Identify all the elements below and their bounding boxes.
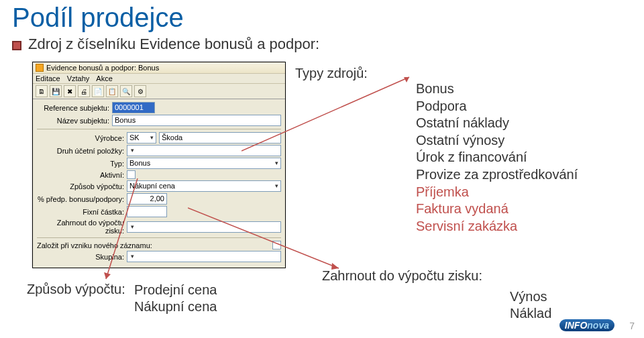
field-zahrnout[interactable] (127, 221, 281, 233)
field-druh[interactable] (127, 145, 281, 156)
type-item: Ostatní náklady (416, 115, 578, 132)
label-vyrobce: Výrobce: (37, 134, 124, 142)
field-vyrobce-code[interactable]: SK (127, 132, 156, 144)
label-reference: Reference subjektu: (37, 104, 109, 112)
types-heading: Typy zdrojů: (295, 66, 368, 81)
svg-marker-1 (404, 77, 409, 82)
label-typ: Typ: (37, 160, 124, 168)
app-window: Evidence bonusů a podpor: Bonus Editace … (32, 62, 286, 268)
types-list: Bonus Podpora Ostatní náklady Ostatní vý… (416, 80, 578, 235)
checkbox-zalozit[interactable] (272, 241, 281, 249)
type-item: Faktura vydaná (416, 201, 578, 218)
toolbar: 🗎 💾 ✖ 🖨 📄 📋 🔍 ⚙ (33, 84, 285, 99)
type-item: Provize za zprostředkování (416, 166, 578, 184)
bullet-row: Zdroj z číselníku Evidence bonusů a podp… (0, 34, 644, 57)
window-title: Evidence bonusů a podpor: Bonus (46, 64, 159, 72)
opt-nakupni: Nákupní cena (134, 298, 217, 315)
search-icon[interactable]: 🔍 (120, 85, 132, 97)
type-item: Úrok z financování (416, 149, 578, 166)
misc-icon[interactable]: ⚙ (134, 85, 146, 97)
page-number: 7 (629, 321, 635, 331)
label-aktivni: Aktivní: (37, 171, 124, 179)
bottom-zpusob-label: Způsob výpočtu: (27, 282, 125, 297)
bullet-text: Zdroj z číselníku Evidence bonusů a podp… (28, 36, 319, 53)
type-item: Ostatní výnosy (416, 132, 578, 150)
logo: INFOnova (559, 319, 614, 331)
paste-icon[interactable]: 📋 (106, 85, 118, 97)
field-skupina[interactable] (127, 251, 281, 262)
opt-naklad: Náklad (510, 305, 551, 322)
label-zahrnout: Zahrnout do výpočtu zisku: (37, 219, 124, 235)
field-typ[interactable]: Bonus (127, 158, 281, 169)
type-item: Příjemka (416, 184, 578, 201)
field-vyrobce-name[interactable]: Škoda (159, 132, 281, 144)
opt-vynos: Výnos (510, 288, 551, 305)
type-item: Servisní zakázka (416, 218, 578, 235)
field-fixni[interactable] (127, 206, 167, 217)
save-icon[interactable]: 💾 (50, 85, 62, 97)
bottom-zahrnout-opts: Výnos Náklad (510, 288, 551, 322)
label-fixni: Fixní částka: (37, 208, 124, 216)
bullet-icon (12, 41, 21, 50)
menu-vztahy[interactable]: Vztahy (67, 74, 90, 82)
delete-icon[interactable]: ✖ (64, 85, 76, 97)
field-reference[interactable]: 0000001 (112, 102, 155, 113)
menu-edit[interactable]: Editace (36, 74, 60, 82)
label-zalozit: Založit při vzniku nového záznamu: (37, 241, 270, 249)
form-body: Reference subjektu: 0000001 Název subjek… (33, 99, 285, 268)
label-nazev: Název subjektu: (37, 117, 109, 125)
bottom-zahrnout-label: Zahrnout do výpočtu zisku: (322, 268, 482, 284)
field-nazev[interactable]: Bonus (112, 115, 281, 126)
label-zpusob: Způsob výpočtu: (37, 182, 124, 190)
bottom-zpusob-opts: Prodejní cena Nákupní cena (134, 282, 217, 315)
type-item: Podpora (416, 98, 578, 115)
checkbox-aktivni[interactable] (127, 170, 136, 179)
label-skupina: Skupina: (37, 253, 124, 261)
copy-icon[interactable]: 📄 (92, 85, 104, 97)
page-title: Podíl prodejce (0, 0, 644, 34)
print-icon[interactable]: 🖨 (78, 85, 90, 97)
field-predp[interactable]: 2,00 (127, 193, 167, 205)
window-titlebar: Evidence bonusů a podpor: Bonus (33, 62, 285, 74)
menubar: Editace Vztahy Akce (33, 74, 285, 84)
menu-akce[interactable]: Akce (96, 74, 112, 82)
new-icon[interactable]: 🗎 (36, 85, 48, 97)
field-zpusob[interactable]: Nákupní cena (127, 180, 281, 192)
svg-marker-3 (104, 272, 111, 279)
label-predp: % předp. bonusu/podpory: (37, 195, 124, 203)
type-item: Bonus (416, 80, 578, 98)
opt-prodejni: Prodejní cena (134, 282, 217, 298)
label-druh: Druh účetní položky: (37, 147, 124, 155)
app-icon (36, 64, 44, 72)
